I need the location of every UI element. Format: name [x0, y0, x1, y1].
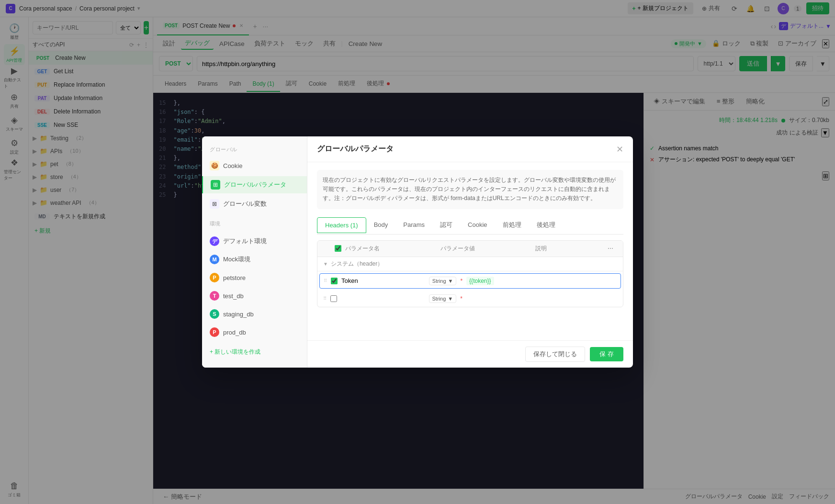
token-checkbox[interactable]	[331, 278, 338, 284]
modal-close-button[interactable]: ✕	[616, 145, 623, 154]
modal-tab-params[interactable]: Params	[395, 217, 432, 233]
token-value: {{token}}	[466, 277, 550, 284]
modal-sidebar-cookie[interactable]: 🍪 Cookie	[202, 157, 307, 174]
param-row-empty: ⠿ String ▼ *	[317, 291, 623, 307]
save-and-close-button[interactable]: 保存して閉じる	[525, 347, 585, 362]
env-icon-mock: M	[210, 255, 219, 264]
required-star: *	[460, 278, 463, 284]
modal-main: グローバルパラメータ ✕ 現在のプロジェクトに有効なグローバルリクエストパラメー…	[307, 136, 633, 368]
env-icon-prod: P	[210, 327, 219, 337]
env-icon-default: デ	[210, 236, 219, 246]
global-params-modal: グローバル 🍪 Cookie ⊞ グローバルパラメータ ⊠ グローバル変数 環境…	[202, 136, 633, 368]
type-dropdown-icon: ▼	[448, 296, 453, 302]
modal-tab-post-script[interactable]: 後処理	[529, 217, 563, 234]
col-header-value: パラメータ値	[440, 245, 532, 253]
env-item-mock[interactable]: M Mock環境	[202, 251, 307, 268]
param-row-token: ⠿ Token String ▼ * {{token}}	[319, 273, 621, 289]
token-type[interactable]: String ▼	[429, 277, 457, 285]
modal-tab-auth[interactable]: 認可	[432, 217, 460, 234]
modal-header: グローバルパラメータ ✕	[307, 136, 633, 162]
env-item-default[interactable]: デ デフォルト環境	[202, 233, 307, 249]
cookie-sidebar-icon: 🍪	[210, 161, 219, 170]
drag-handle-icon[interactable]: ⠿	[324, 278, 327, 283]
section-row-system-header: ▼ システム（header）	[317, 257, 623, 271]
modal-env-section-label: 環境	[202, 218, 307, 231]
env-icon-staging: S	[210, 309, 219, 319]
modal-description: 現在のプロジェクトに有効なグローバルリクエストパラメータを設定します。グローバル…	[317, 170, 623, 209]
col-header-desc: 説明	[535, 245, 604, 253]
env-item-prod[interactable]: P prod_db	[202, 324, 307, 340]
global-params-sidebar-icon: ⊞	[211, 180, 220, 190]
env-icon-testdb: T	[210, 291, 219, 301]
env-icon-petstore: P	[210, 273, 219, 282]
modal-tab-cookie[interactable]: Cookie	[460, 217, 495, 233]
modal-tab-body[interactable]: Body	[366, 217, 396, 233]
token-name: Token	[341, 277, 425, 284]
global-vars-sidebar-icon: ⊠	[210, 199, 219, 209]
modal-sidebar-global-section: グローバル	[202, 144, 307, 155]
col-header-name: パラメータ名	[345, 245, 437, 253]
select-all-checkbox[interactable]	[335, 245, 341, 252]
save-modal-button[interactable]: 保 存	[590, 347, 623, 361]
modal-sidebar-global-vars[interactable]: ⊠ グローバル変数	[202, 195, 307, 213]
section-label: システム（header）	[331, 260, 383, 268]
required-star-2: *	[460, 295, 463, 302]
section-collapse-icon[interactable]: ▼	[323, 261, 328, 267]
param-table-header: パラメータ名 パラメータ値 説明 ⋯	[317, 241, 623, 257]
modal-footer: 保存して閉じる 保 存	[307, 340, 633, 368]
modal-overlay: グローバル 🍪 Cookie ⊞ グローバルパラメータ ⊠ グローバル変数 環境…	[0, 0, 835, 504]
empty-row-checkbox[interactable]	[330, 295, 337, 302]
env-item-testdb[interactable]: T test_db	[202, 288, 307, 304]
add-env-button[interactable]: + 新しい環境を作成	[202, 344, 307, 360]
modal-tab-headers[interactable]: Headers (1)	[317, 217, 366, 233]
empty-type[interactable]: String ▼	[429, 294, 457, 303]
env-item-staging[interactable]: S staging_db	[202, 306, 307, 322]
modal-sidebar-global-params[interactable]: ⊞ グローバルパラメータ	[202, 176, 307, 193]
token-value-text: {{token}}	[466, 277, 494, 285]
param-table: パラメータ名 パラメータ値 説明 ⋯ ▼ システム（header） ⠿	[317, 240, 623, 307]
modal-tabs: Headers (1) Body Params 認可 Cookie 前処理 後処…	[317, 217, 623, 235]
modal-tab-pre-script[interactable]: 前処理	[495, 217, 529, 234]
modal-title: グローバルパラメータ	[317, 144, 394, 154]
drag-handle-icon[interactable]: ⠿	[323, 296, 327, 301]
type-dropdown-icon: ▼	[448, 278, 453, 284]
modal-sidebar: グローバル 🍪 Cookie ⊞ グローバルパラメータ ⊠ グローバル変数 環境…	[202, 136, 307, 368]
modal-body: 現在のプロジェクトに有効なグローバルリクエストパラメータを設定します。グローバル…	[307, 162, 633, 340]
env-item-petstore[interactable]: P petstore	[202, 269, 307, 286]
